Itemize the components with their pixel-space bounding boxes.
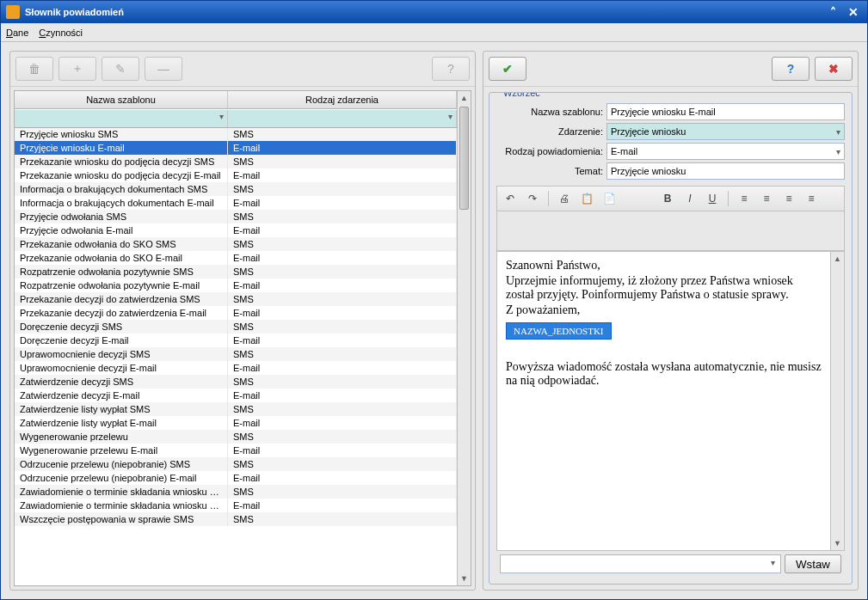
editor-scrollbar[interactable]: ▲ ▼ (830, 252, 844, 550)
scroll-up-icon[interactable]: ▲ (831, 252, 844, 266)
templates-grid[interactable]: Nazwa szablonu Rodzaj zdarzenia Przyjęci… (15, 91, 457, 585)
cell-event: E-mail (228, 416, 457, 430)
cell-name: Odrzucenie przelewu (niepobranie) SMS (15, 457, 228, 471)
align-left-button[interactable]: ≡ (734, 189, 754, 208)
confirm-button[interactable]: ✔ (489, 57, 526, 81)
cell-name: Doręczenie decyzji SMS (15, 320, 228, 334)
table-row[interactable]: Wygenerowanie przelewuSMS (15, 430, 457, 444)
cell-event: SMS (228, 347, 457, 361)
cell-name: Zatwierdzenie listy wypłat E-mail (15, 416, 228, 430)
insert-button[interactable]: Wstaw (785, 554, 841, 573)
table-row[interactable]: Przyjęcie wniosku SMSSMS (15, 127, 457, 141)
cell-event: E-mail (228, 334, 457, 347)
cell-event: SMS (228, 402, 457, 416)
cell-name: Wygenerowanie przelewu (15, 430, 228, 444)
table-row[interactable]: Odrzucenie przelewu (niepobranie) E-mail… (15, 471, 457, 485)
grid-scrollbar[interactable]: ▲ ▼ (457, 91, 471, 585)
editor-content[interactable]: Szanowni Państwo, Uprzejmie informujemy,… (497, 252, 830, 550)
table-row[interactable]: Przekazanie wniosku do podjęcia decyzji … (15, 168, 457, 182)
align-right-button[interactable]: ≡ (779, 189, 799, 208)
cell-name: Przyjęcie odwołania SMS (15, 210, 228, 223)
table-row[interactable]: Przekazanie odwołania do SKO E-mailE-mai… (15, 251, 457, 265)
cell-event: E-mail (228, 223, 457, 237)
insert-dropdown[interactable] (500, 554, 781, 573)
table-row[interactable]: Odrzucenie przelewu (niepobranie) SMSSMS (15, 457, 457, 471)
window-title: Słownik powiadomień (25, 7, 821, 17)
label-subject: Temat: (496, 166, 603, 176)
scroll-up-icon[interactable]: ▲ (458, 91, 471, 105)
col-header-event[interactable]: Rodzaj zdarzenia (228, 91, 457, 108)
table-row[interactable]: Przyjęcie wniosku E-mailE-mail (15, 141, 457, 155)
collapse-button[interactable]: ˄ (824, 4, 841, 20)
cancel-button[interactable]: ✖ (815, 57, 853, 81)
menu-czynnosci[interactable]: Czynności (39, 28, 83, 38)
italic-button[interactable]: I (680, 189, 700, 208)
col-header-name[interactable]: Nazwa szablonu (15, 91, 228, 108)
cell-event: SMS (228, 320, 457, 334)
subject-input[interactable] (606, 162, 845, 180)
left-toolbar: 🗑 ＋ ✎ — ? (10, 52, 475, 87)
table-row[interactable]: Wszczęcie postępowania w sprawie SMSSMS (15, 512, 457, 526)
align-center-button[interactable]: ≡ (756, 189, 777, 208)
edit-button[interactable]: ✎ (102, 57, 139, 81)
cell-name: Wszczęcie postępowania w sprawie SMS (15, 512, 228, 526)
placeholder-tag[interactable]: NAZWA_JEDNOSTKI (506, 322, 612, 340)
undo-button[interactable]: ↶ (500, 189, 520, 208)
copy-button[interactable]: 📋 (576, 189, 597, 208)
filter-event-input[interactable] (229, 111, 455, 126)
table-row[interactable]: Przekazanie decyzji do zatwierdzenia SMS… (15, 292, 457, 306)
menu-dane[interactable]: Dane (6, 28, 28, 38)
table-row[interactable]: Informacja o brakujących dokumentach E-m… (15, 196, 457, 210)
table-row[interactable]: Zatwierdzenie decyzji SMSSMS (15, 375, 457, 389)
scroll-down-icon[interactable]: ▼ (458, 572, 471, 585)
table-row[interactable]: Zatwierdzenie listy wypłat SMSSMS (15, 402, 457, 416)
paste-button[interactable]: 📄 (599, 189, 619, 208)
delete-button[interactable]: 🗑 (15, 57, 53, 81)
templates-panel: 🗑 ＋ ✎ — ? Nazwa szablonu Rodzaj zdarzeni… (9, 51, 476, 591)
scroll-thumb[interactable] (459, 107, 469, 210)
align-justify-button[interactable]: ≡ (801, 189, 822, 208)
table-row[interactable]: Wygenerowanie przelewu E-mailE-mail (15, 444, 457, 457)
table-row[interactable]: Uprawomocnienie decyzji E-mailE-mail (15, 361, 457, 375)
table-row[interactable]: Uprawomocnienie decyzji SMSSMS (15, 347, 457, 361)
table-row[interactable]: Rozpatrzenie odwołania pozytywnie SMSSMS (15, 265, 457, 279)
cell-event: SMS (228, 127, 457, 141)
table-row[interactable]: Zatwierdzenie decyzji E-mailE-mail (15, 389, 457, 402)
label-event: Zdarzenie: (496, 126, 603, 137)
table-row[interactable]: Przekazanie wniosku do podjęcia decyzji … (15, 155, 457, 168)
underline-button[interactable]: U (702, 189, 723, 208)
table-row[interactable]: Przyjęcie odwołania E-mailE-mail (15, 223, 457, 237)
cell-name: Przekazanie wniosku do podjęcia decyzji … (15, 168, 228, 182)
bold-button[interactable]: B (657, 189, 678, 208)
redo-button[interactable]: ↷ (522, 189, 543, 208)
table-row[interactable]: Zawiadomienie o terminie składania wnios… (15, 499, 457, 512)
cell-name: Przekazanie odwołania do SKO SMS (15, 237, 228, 251)
cell-event: E-mail (228, 306, 457, 320)
table-row[interactable]: Zatwierdzenie listy wypłat E-mailE-mail (15, 416, 457, 430)
table-row[interactable]: Informacja o brakujących dokumentach SMS… (15, 182, 457, 196)
add-button[interactable]: ＋ (58, 57, 96, 81)
cell-name: Przyjęcie odwołania E-mail (15, 223, 228, 237)
table-row[interactable]: Przekazanie decyzji do zatwierdzenia E-m… (15, 306, 457, 320)
table-row[interactable]: Doręczenie decyzji SMSSMS (15, 320, 457, 334)
table-row[interactable]: Przekazanie odwołania do SKO SMSSMS (15, 237, 457, 251)
filter-name-input[interactable] (15, 111, 226, 126)
event-dropdown[interactable]: Przyjęcie wniosku (606, 123, 845, 140)
cell-event: SMS (228, 430, 457, 444)
scroll-down-icon[interactable]: ▼ (831, 536, 844, 550)
left-help-button[interactable]: ? (432, 57, 470, 81)
cell-name: Przyjęcie wniosku E-mail (15, 141, 228, 155)
type-dropdown[interactable]: E-mail (606, 143, 845, 160)
close-window-button[interactable]: ✕ (845, 4, 862, 20)
template-name-input[interactable] (606, 103, 845, 120)
help-button[interactable]: ? (772, 57, 810, 81)
print-button[interactable]: 🖨 (554, 189, 575, 208)
table-row[interactable]: Przyjęcie odwołania SMSSMS (15, 210, 457, 223)
remove-button[interactable]: — (145, 57, 182, 81)
table-row[interactable]: Rozpatrzenie odwołania pozytywnie E-mail… (15, 279, 457, 292)
table-row[interactable]: Zawiadomienie o terminie składania wnios… (15, 485, 457, 499)
cell-name: Przekazanie decyzji do zatwierdzenia E-m… (15, 306, 228, 320)
table-row[interactable]: Doręczenie decyzji E-mailE-mail (15, 334, 457, 347)
cell-event: SMS (228, 155, 457, 168)
editor-line-greeting: Szanowni Państwo, (506, 259, 822, 272)
